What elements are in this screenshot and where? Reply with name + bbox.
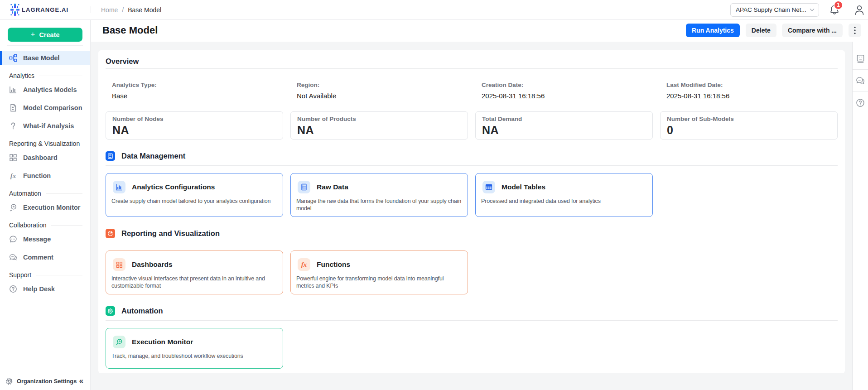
sidebar: + Create Base Model Analytics xyxy=(0,20,91,390)
sidebar-item-model-comparison[interactable]: Model Comparison xyxy=(0,101,90,115)
field-label: Creation Date: xyxy=(482,82,653,88)
section-reporting: Reporting and Visualization xyxy=(106,229,838,238)
organization-settings-label[interactable]: Organization Settings xyxy=(17,378,77,385)
workspace-select[interactable]: APAC Supply Chain Net... xyxy=(730,3,819,17)
sidebar-item-label: What-if Analysis xyxy=(23,122,74,130)
bar-chart-icon xyxy=(9,86,17,94)
sidebar-section-label: Support xyxy=(9,271,31,279)
data-management-cards: Analytics Configurations Create supply c… xyxy=(106,173,838,217)
compare-with-button[interactable]: Compare with ... xyxy=(782,24,843,37)
topbar-right: APAC Supply Chain Net... 1 xyxy=(730,3,868,17)
sidebar-section-analytics: Analytics xyxy=(0,72,90,80)
sidebar-section-collaboration: Collaboration xyxy=(0,221,90,229)
card-description: Powerful engine for transforming model d… xyxy=(296,275,462,289)
workspace-select-value: APAC Supply Chain Net... xyxy=(736,6,809,13)
assistant-button[interactable] xyxy=(853,48,868,69)
section-data-management: Data Management xyxy=(106,151,838,161)
card-head: Raw Data xyxy=(296,181,462,193)
sidebar-footer: Organization Settings « xyxy=(0,375,90,390)
card-title: Model Tables xyxy=(502,183,545,191)
sidebar-item-label: Model Comparison xyxy=(23,104,82,111)
main-content: Overview Analytics Type: Base Region: No… xyxy=(91,42,852,390)
chevron-down-icon xyxy=(809,7,815,13)
sidebar-item-message[interactable]: Message xyxy=(0,232,90,246)
comments-panel-button[interactable] xyxy=(853,70,868,91)
field-value: 2025-08-31 16:18:56 xyxy=(666,92,838,100)
run-analytics-button[interactable]: Run Analytics xyxy=(686,24,740,37)
stat-label: Number of Sub-Models xyxy=(667,116,831,122)
delete-button[interactable]: Delete xyxy=(746,24,776,37)
sidebar-section-support: Support xyxy=(0,271,90,279)
document-compare-icon xyxy=(9,104,17,112)
notifications-button[interactable]: 1 xyxy=(829,4,840,16)
sidebar-item-help-desk[interactable]: Help Desk xyxy=(0,282,90,296)
dashboards-icon xyxy=(113,258,125,271)
card-model-tables[interactable]: Model Tables Processed and integrated da… xyxy=(475,173,653,217)
grid-icon xyxy=(9,154,17,162)
card-description: Create supply chain model tailored to yo… xyxy=(111,197,277,205)
sidebar-section-line xyxy=(36,275,82,275)
card-execution-monitor[interactable]: Execution Monitor Track, manage, and tro… xyxy=(106,328,283,369)
card-head: Model Tables xyxy=(481,181,647,193)
sidebar-item-function[interactable]: fx Function xyxy=(0,169,90,183)
card-head: Analytics Configurations xyxy=(111,181,277,193)
card-functions[interactable]: fx Functions Powerful engine for transfo… xyxy=(290,250,468,294)
sidebar-item-label: Comment xyxy=(23,254,53,261)
more-actions-button[interactable] xyxy=(849,24,861,37)
card-head: fx Functions xyxy=(296,258,462,271)
sidebar-item-label: Dashboard xyxy=(23,154,58,161)
message-bubble-icon xyxy=(9,235,17,243)
card-head: Execution Monitor xyxy=(111,336,277,348)
data-management-icon xyxy=(106,151,115,161)
field-label: Analytics Type: xyxy=(112,82,283,88)
sidebar-item-label: Analytics Models xyxy=(23,86,77,93)
card-title: Dashboards xyxy=(132,260,173,269)
card-head: Dashboards xyxy=(111,258,277,271)
section-title: Reporting and Visualization xyxy=(121,229,220,238)
sidebar-item-comment[interactable]: Comment xyxy=(0,250,90,265)
user-avatar-icon[interactable] xyxy=(854,4,865,16)
automation-icon xyxy=(106,306,115,316)
sidebar-divider xyxy=(7,45,83,46)
stat-card-submodels: Number of Sub-Models 0 xyxy=(660,111,838,140)
sidebar-item-what-if[interactable]: What-if Analysis xyxy=(0,119,90,133)
help-circle-icon xyxy=(9,285,17,293)
section-title: Data Management xyxy=(121,152,185,160)
stat-card-demand: Total Demand NA xyxy=(475,111,653,140)
card-description: Manage the raw data that forms the found… xyxy=(296,197,462,212)
breadcrumb-home[interactable]: Home xyxy=(101,6,118,14)
sidebar-item-label: Message xyxy=(23,236,51,243)
sidebar-item-execution-monitor[interactable]: Execution Monitor xyxy=(0,200,90,215)
sidebar-nav: Base Model Analytics Analytics Models xyxy=(0,51,90,300)
card-description: Processed and integrated data used for a… xyxy=(481,197,647,205)
card-dashboards[interactable]: Dashboards Interactive visual interfaces… xyxy=(106,250,283,294)
plus-icon: + xyxy=(30,30,35,39)
overview-stats: Number of Nodes NA Number of Products NA… xyxy=(106,111,838,140)
overview-field-analytics-type: Analytics Type: Base xyxy=(106,82,283,100)
stat-value: 0 xyxy=(667,124,831,137)
sidebar-item-label: Help Desk xyxy=(23,285,55,293)
field-label: Last Modified Date: xyxy=(666,82,838,88)
sidebar-item-analytics-models[interactable]: Analytics Models xyxy=(0,82,90,97)
gear-icon xyxy=(5,377,13,385)
sidebar-section-reporting: Reporting & Visualization xyxy=(0,140,90,148)
card-raw-data[interactable]: Raw Data Manage the raw data that forms … xyxy=(290,173,468,217)
card-title: Analytics Configurations xyxy=(132,183,215,191)
overview-field-last-modified: Last Modified Date: 2025-08-31 16:18:56 xyxy=(660,82,838,100)
field-value: 2025-08-31 16:18:56 xyxy=(482,92,653,100)
page-header: Base Model Run Analytics Delete Compare … xyxy=(91,20,868,41)
card-analytics-configurations[interactable]: Analytics Configurations Create supply c… xyxy=(106,173,283,217)
card-title: Functions xyxy=(317,260,350,269)
collapse-sidebar-icon[interactable]: « xyxy=(79,376,83,385)
analytics-configurations-icon xyxy=(113,181,125,193)
create-button[interactable]: + Create xyxy=(8,28,82,42)
kebab-menu-icon xyxy=(854,26,856,34)
help-panel-button[interactable] xyxy=(853,92,868,114)
brand-logo[interactable]: LAGRANGE.AI xyxy=(0,3,91,16)
sidebar-item-base-model[interactable]: Base Model xyxy=(0,51,90,65)
function-icon: fx xyxy=(9,172,17,180)
field-label: Region: xyxy=(297,82,468,88)
sidebar-section-label: Collaboration xyxy=(9,221,47,229)
card-description: Track, manage, and troubleshoot workflow… xyxy=(111,352,277,360)
sidebar-item-dashboard[interactable]: Dashboard xyxy=(0,150,90,165)
